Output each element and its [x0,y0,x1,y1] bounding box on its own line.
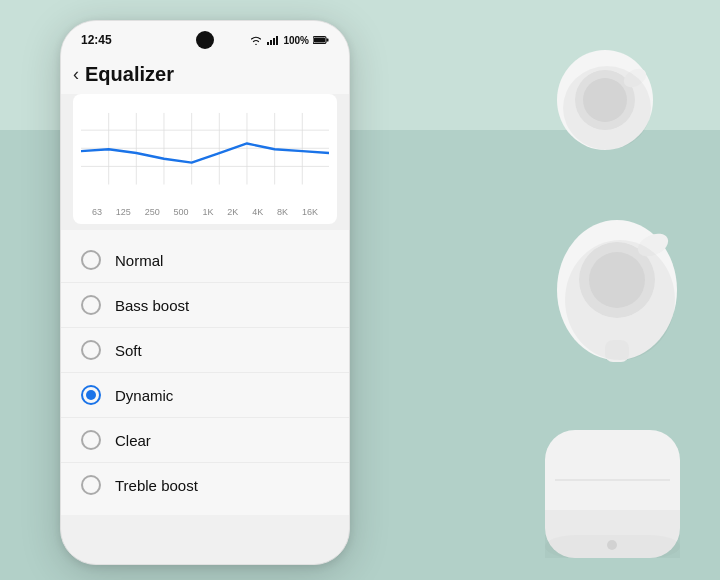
battery-text: 100% [283,35,309,46]
eq-options-list: Normal Bass boost Soft Dynamic Clear Tre… [61,230,349,515]
wifi-icon [249,35,263,45]
option-treble-boost[interactable]: Treble boost [61,463,349,507]
earbud-top-right [545,40,665,160]
charging-case [535,420,690,570]
radio-bass-boost [81,295,101,315]
option-dynamic-label: Dynamic [115,387,173,404]
svg-rect-32 [545,535,680,558]
chart-label-125: 125 [116,207,131,217]
option-soft[interactable]: Soft [61,328,349,373]
chart-label-2k: 2K [227,207,238,217]
status-time: 12:45 [81,33,112,47]
battery-icon [313,35,329,45]
svg-rect-1 [270,40,272,45]
page-title: Equalizer [85,63,174,86]
option-bass-boost-label: Bass boost [115,297,189,314]
svg-rect-3 [276,36,278,45]
svg-point-28 [565,240,675,360]
svg-rect-5 [327,39,329,42]
option-normal-label: Normal [115,252,163,269]
option-clear-label: Clear [115,432,151,449]
radio-treble-boost [81,475,101,495]
signal-icon [267,35,279,45]
earbud-top-right-svg [545,40,665,160]
svg-point-22 [563,66,651,150]
chart-label-250: 250 [145,207,160,217]
option-dynamic[interactable]: Dynamic [61,373,349,418]
phone-notch [196,31,214,49]
chart-labels: 63 125 250 500 1K 2K 4K 8K 16K [81,205,329,217]
option-clear[interactable]: Clear [61,418,349,463]
chart-svg [81,106,329,201]
option-soft-label: Soft [115,342,142,359]
option-treble-boost-label: Treble boost [115,477,198,494]
chart-label-8k: 8K [277,207,288,217]
chart-label-4k: 4K [252,207,263,217]
svg-rect-6 [314,38,325,43]
option-bass-boost[interactable]: Bass boost [61,283,349,328]
case-svg [535,420,690,570]
chart-label-1k: 1K [202,207,213,217]
radio-clear [81,430,101,450]
earbud-mid-svg [545,200,690,375]
phone-frame: 12:45 100% ‹ [60,20,350,565]
app-header: ‹ Equalizer [61,53,349,94]
radio-normal [81,250,101,270]
status-icons: 100% [249,35,329,46]
option-normal[interactable]: Normal [61,238,349,283]
equalizer-chart: 63 125 250 500 1K 2K 4K 8K 16K [73,94,337,224]
radio-dynamic-fill [86,390,96,400]
back-button[interactable]: ‹ [73,64,79,85]
radio-soft [81,340,101,360]
chart-label-16k: 16K [302,207,318,217]
radio-dynamic [81,385,101,405]
chart-label-63: 63 [92,207,102,217]
chart-label-500: 500 [174,207,189,217]
earbud-right-mid [545,200,690,375]
svg-rect-2 [273,38,275,45]
svg-rect-0 [267,42,269,45]
